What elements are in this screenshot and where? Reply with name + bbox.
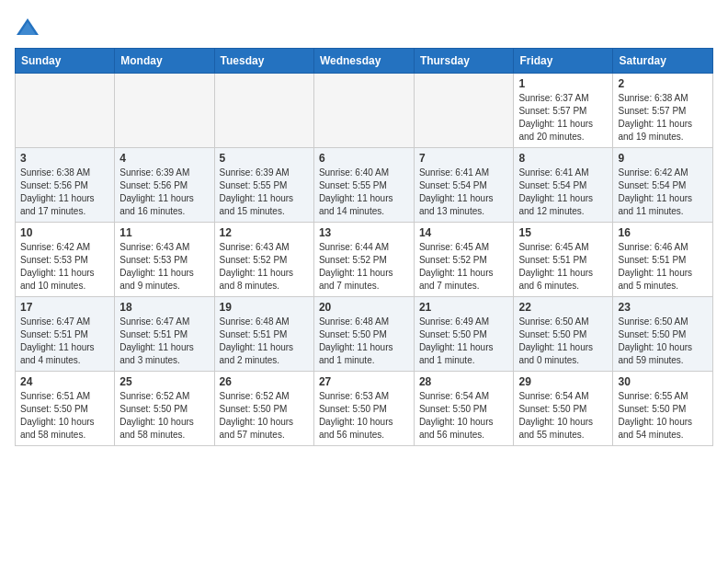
- calendar-cell: [313, 74, 414, 148]
- day-number: 3: [20, 152, 109, 165]
- calendar-cell: 9Sunrise: 6:42 AMSunset: 5:54 PMDaylight…: [613, 148, 713, 223]
- calendar-cell: 2Sunrise: 6:38 AMSunset: 5:57 PMDaylight…: [613, 74, 713, 148]
- day-number: 22: [518, 301, 608, 314]
- calendar-cell: [214, 74, 313, 148]
- calendar-cell: 7Sunrise: 6:41 AMSunset: 5:54 PMDaylight…: [414, 148, 514, 223]
- calendar-cell: 3Sunrise: 6:38 AMSunset: 5:56 PMDaylight…: [16, 148, 115, 223]
- calendar-cell: 20Sunrise: 6:48 AMSunset: 5:50 PMDayligh…: [313, 297, 414, 372]
- day-info: Sunrise: 6:47 AMSunset: 5:51 PMDaylight:…: [20, 316, 109, 367]
- day-number: 10: [20, 226, 109, 239]
- day-info: Sunrise: 6:52 AMSunset: 5:50 PMDaylight:…: [119, 390, 209, 442]
- day-info: Sunrise: 6:54 AMSunset: 5:50 PMDaylight:…: [419, 390, 509, 442]
- day-number: 21: [419, 301, 509, 314]
- day-number: 20: [319, 301, 409, 314]
- calendar-cell: 1Sunrise: 6:37 AMSunset: 5:57 PMDaylight…: [514, 74, 613, 148]
- header-cell-monday: Monday: [115, 49, 214, 74]
- logo-icon: [15, 15, 40, 40]
- calendar-cell: 27Sunrise: 6:53 AMSunset: 5:50 PMDayligh…: [313, 372, 414, 446]
- day-number: 11: [119, 226, 209, 239]
- calendar-cell: 24Sunrise: 6:51 AMSunset: 5:50 PMDayligh…: [16, 372, 115, 446]
- day-number: 30: [618, 375, 708, 388]
- calendar-cell: 4Sunrise: 6:39 AMSunset: 5:56 PMDaylight…: [115, 148, 214, 223]
- calendar-cell: 12Sunrise: 6:43 AMSunset: 5:52 PMDayligh…: [214, 223, 313, 297]
- calendar-cell: 22Sunrise: 6:50 AMSunset: 5:50 PMDayligh…: [514, 297, 613, 372]
- header-cell-sunday: Sunday: [16, 49, 115, 74]
- day-info: Sunrise: 6:54 AMSunset: 5:50 PMDaylight:…: [518, 390, 608, 442]
- day-number: 5: [220, 152, 309, 165]
- header-cell-wednesday: Wednesday: [313, 49, 414, 74]
- day-info: Sunrise: 6:40 AMSunset: 5:55 PMDaylight:…: [319, 167, 409, 218]
- calendar-week-5: 24Sunrise: 6:51 AMSunset: 5:50 PMDayligh…: [16, 372, 713, 446]
- header-cell-friday: Friday: [514, 49, 613, 74]
- day-info: Sunrise: 6:45 AMSunset: 5:51 PMDaylight:…: [518, 241, 608, 293]
- day-number: 8: [518, 152, 608, 165]
- day-info: Sunrise: 6:51 AMSunset: 5:50 PMDaylight:…: [20, 390, 109, 442]
- calendar-week-4: 17Sunrise: 6:47 AMSunset: 5:51 PMDayligh…: [16, 297, 713, 372]
- day-number: 23: [618, 301, 708, 314]
- day-info: Sunrise: 6:53 AMSunset: 5:50 PMDaylight:…: [319, 390, 409, 442]
- day-info: Sunrise: 6:55 AMSunset: 5:50 PMDaylight:…: [618, 390, 708, 442]
- calendar-cell: 16Sunrise: 6:46 AMSunset: 5:51 PMDayligh…: [613, 223, 713, 297]
- calendar-cell: 28Sunrise: 6:54 AMSunset: 5:50 PMDayligh…: [414, 372, 514, 446]
- calendar-cell: 25Sunrise: 6:52 AMSunset: 5:50 PMDayligh…: [115, 372, 214, 446]
- day-number: 12: [220, 226, 309, 239]
- day-info: Sunrise: 6:45 AMSunset: 5:52 PMDaylight:…: [419, 241, 509, 293]
- logo: [15, 15, 44, 40]
- day-info: Sunrise: 6:38 AMSunset: 5:57 PMDaylight:…: [618, 92, 708, 144]
- calendar-cell: 23Sunrise: 6:50 AMSunset: 5:50 PMDayligh…: [613, 297, 713, 372]
- day-info: Sunrise: 6:43 AMSunset: 5:53 PMDaylight:…: [119, 241, 209, 293]
- day-info: Sunrise: 6:38 AMSunset: 5:56 PMDaylight:…: [20, 167, 109, 218]
- calendar-cell: 26Sunrise: 6:52 AMSunset: 5:50 PMDayligh…: [214, 372, 313, 446]
- calendar-week-3: 10Sunrise: 6:42 AMSunset: 5:53 PMDayligh…: [16, 223, 713, 297]
- day-number: 15: [518, 226, 608, 239]
- day-info: Sunrise: 6:48 AMSunset: 5:50 PMDaylight:…: [319, 316, 409, 367]
- day-info: Sunrise: 6:48 AMSunset: 5:51 PMDaylight:…: [220, 316, 309, 367]
- header-row: SundayMondayTuesdayWednesdayThursdayFrid…: [16, 49, 713, 74]
- day-info: Sunrise: 6:39 AMSunset: 5:56 PMDaylight:…: [119, 167, 209, 218]
- day-number: 7: [419, 152, 509, 165]
- page-header: [15, 15, 713, 40]
- day-number: 24: [20, 375, 109, 388]
- day-info: Sunrise: 6:49 AMSunset: 5:50 PMDaylight:…: [419, 316, 509, 367]
- day-info: Sunrise: 6:42 AMSunset: 5:54 PMDaylight:…: [618, 167, 708, 218]
- calendar-cell: [115, 74, 214, 148]
- day-info: Sunrise: 6:42 AMSunset: 5:53 PMDaylight:…: [20, 241, 109, 293]
- day-info: Sunrise: 6:44 AMSunset: 5:52 PMDaylight:…: [319, 241, 409, 293]
- day-number: 4: [119, 152, 209, 165]
- day-info: Sunrise: 6:50 AMSunset: 5:50 PMDaylight:…: [518, 316, 608, 367]
- calendar-header: SundayMondayTuesdayWednesdayThursdayFrid…: [16, 49, 713, 74]
- header-cell-thursday: Thursday: [414, 49, 514, 74]
- day-number: 6: [319, 152, 409, 165]
- calendar-cell: 10Sunrise: 6:42 AMSunset: 5:53 PMDayligh…: [16, 223, 115, 297]
- day-number: 14: [419, 226, 509, 239]
- header-cell-saturday: Saturday: [613, 49, 713, 74]
- day-number: 19: [220, 301, 309, 314]
- calendar-cell: 15Sunrise: 6:45 AMSunset: 5:51 PMDayligh…: [514, 223, 613, 297]
- day-number: 1: [518, 77, 608, 90]
- calendar-cell: 18Sunrise: 6:47 AMSunset: 5:51 PMDayligh…: [115, 297, 214, 372]
- day-number: 27: [319, 375, 409, 388]
- calendar-cell: 6Sunrise: 6:40 AMSunset: 5:55 PMDaylight…: [313, 148, 414, 223]
- day-number: 2: [618, 77, 708, 90]
- day-number: 28: [419, 375, 509, 388]
- calendar-week-2: 3Sunrise: 6:38 AMSunset: 5:56 PMDaylight…: [16, 148, 713, 223]
- calendar-cell: 13Sunrise: 6:44 AMSunset: 5:52 PMDayligh…: [313, 223, 414, 297]
- calendar-cell: 5Sunrise: 6:39 AMSunset: 5:55 PMDaylight…: [214, 148, 313, 223]
- calendar-cell: [414, 74, 514, 148]
- day-info: Sunrise: 6:46 AMSunset: 5:51 PMDaylight:…: [618, 241, 708, 293]
- day-number: 26: [220, 375, 309, 388]
- header-cell-tuesday: Tuesday: [214, 49, 313, 74]
- day-number: 13: [319, 226, 409, 239]
- calendar-cell: [16, 74, 115, 148]
- calendar-cell: 11Sunrise: 6:43 AMSunset: 5:53 PMDayligh…: [115, 223, 214, 297]
- calendar-cell: 30Sunrise: 6:55 AMSunset: 5:50 PMDayligh…: [613, 372, 713, 446]
- day-number: 29: [518, 375, 608, 388]
- calendar-cell: 29Sunrise: 6:54 AMSunset: 5:50 PMDayligh…: [514, 372, 613, 446]
- day-info: Sunrise: 6:43 AMSunset: 5:52 PMDaylight:…: [220, 241, 309, 293]
- day-info: Sunrise: 6:47 AMSunset: 5:51 PMDaylight:…: [119, 316, 209, 367]
- calendar-cell: 8Sunrise: 6:41 AMSunset: 5:54 PMDaylight…: [514, 148, 613, 223]
- calendar-body: 1Sunrise: 6:37 AMSunset: 5:57 PMDaylight…: [16, 74, 713, 446]
- day-number: 25: [119, 375, 209, 388]
- day-number: 18: [119, 301, 209, 314]
- day-info: Sunrise: 6:50 AMSunset: 5:50 PMDaylight:…: [618, 316, 708, 367]
